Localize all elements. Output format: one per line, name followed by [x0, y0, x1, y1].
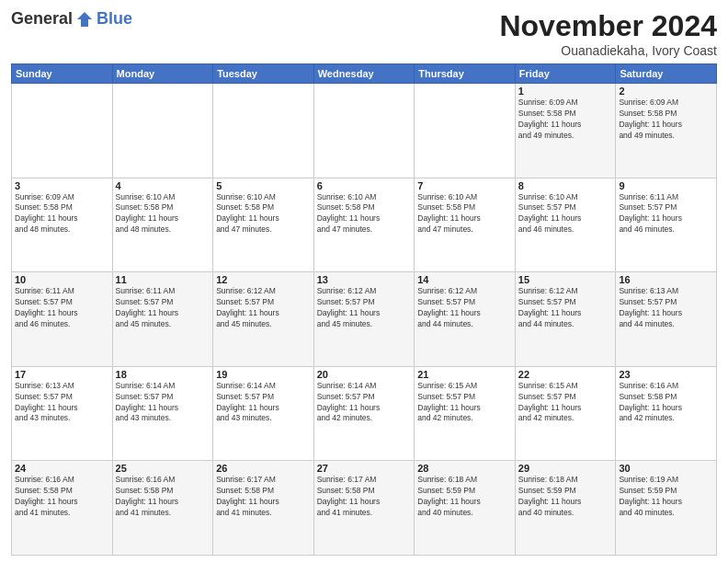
- logo: General Blue: [11, 9, 132, 29]
- calendar-cell: 26Sunrise: 6:17 AMSunset: 5:58 PMDayligh…: [213, 461, 314, 556]
- day-info: Sunrise: 6:12 AMSunset: 5:57 PMDaylight:…: [417, 286, 512, 330]
- day-info: Sunrise: 6:10 AMSunset: 5:58 PMDaylight:…: [216, 192, 311, 236]
- header: General Blue November 2024 Ouanadiekaha,…: [11, 9, 717, 58]
- day-info: Sunrise: 6:17 AMSunset: 5:58 PMDaylight:…: [216, 475, 311, 519]
- weekday-header-friday: Friday: [515, 64, 616, 84]
- day-info: Sunrise: 6:12 AMSunset: 5:57 PMDaylight:…: [216, 286, 311, 330]
- calendar-cell: 25Sunrise: 6:16 AMSunset: 5:58 PMDayligh…: [112, 461, 213, 556]
- day-number: 16: [619, 274, 713, 285]
- day-number: 11: [116, 274, 210, 285]
- location-title: Ouanadiekaha, Ivory Coast: [499, 43, 717, 58]
- day-number: 9: [619, 180, 713, 191]
- weekday-header-sunday: Sunday: [12, 64, 113, 84]
- day-number: 21: [417, 369, 512, 380]
- day-number: 28: [417, 463, 512, 474]
- calendar-cell: 3Sunrise: 6:09 AMSunset: 5:58 PMDaylight…: [12, 178, 113, 272]
- logo-general: General: [11, 9, 73, 29]
- day-info: Sunrise: 6:10 AMSunset: 5:57 PMDaylight:…: [518, 192, 613, 236]
- calendar-cell: 22Sunrise: 6:15 AMSunset: 5:57 PMDayligh…: [515, 366, 616, 461]
- day-number: 7: [417, 180, 512, 191]
- calendar-cell: 16Sunrise: 6:13 AMSunset: 5:57 PMDayligh…: [616, 272, 717, 367]
- weekday-row: SundayMondayTuesdayWednesdayThursdayFrid…: [12, 64, 717, 84]
- logo-icon: [75, 10, 94, 29]
- day-number: 24: [15, 463, 109, 474]
- calendar-cell: 8Sunrise: 6:10 AMSunset: 5:57 PMDaylight…: [515, 178, 616, 272]
- calendar-cell: [213, 84, 314, 178]
- calendar-cell: [112, 84, 213, 178]
- day-info: Sunrise: 6:14 AMSunset: 5:57 PMDaylight:…: [317, 381, 412, 425]
- day-number: 22: [518, 369, 613, 380]
- calendar-cell: [415, 84, 516, 178]
- calendar-cell: 19Sunrise: 6:14 AMSunset: 5:57 PMDayligh…: [213, 366, 314, 461]
- calendar-cell: 5Sunrise: 6:10 AMSunset: 5:58 PMDaylight…: [213, 178, 314, 272]
- day-info: Sunrise: 6:15 AMSunset: 5:57 PMDaylight:…: [518, 381, 613, 425]
- day-number: 29: [518, 463, 613, 474]
- weekday-header-thursday: Thursday: [415, 64, 516, 84]
- calendar-cell: 9Sunrise: 6:11 AMSunset: 5:57 PMDaylight…: [616, 178, 717, 272]
- logo-blue: Blue: [97, 9, 132, 29]
- day-number: 15: [518, 274, 613, 285]
- calendar-cell: 6Sunrise: 6:10 AMSunset: 5:58 PMDaylight…: [313, 178, 415, 272]
- day-info: Sunrise: 6:11 AMSunset: 5:57 PMDaylight:…: [116, 286, 210, 330]
- day-info: Sunrise: 6:18 AMSunset: 5:59 PMDaylight:…: [417, 475, 512, 519]
- calendar-table: SundayMondayTuesdayWednesdayThursdayFrid…: [11, 63, 717, 556]
- weekday-header-tuesday: Tuesday: [213, 64, 314, 84]
- day-info: Sunrise: 6:13 AMSunset: 5:57 PMDaylight:…: [15, 381, 109, 425]
- svg-marker-0: [77, 12, 92, 27]
- day-info: Sunrise: 6:16 AMSunset: 5:58 PMDaylight:…: [116, 475, 210, 519]
- day-info: Sunrise: 6:11 AMSunset: 5:57 PMDaylight:…: [619, 192, 713, 236]
- calendar-cell: 29Sunrise: 6:18 AMSunset: 5:59 PMDayligh…: [515, 461, 616, 556]
- calendar-cell: 10Sunrise: 6:11 AMSunset: 5:57 PMDayligh…: [12, 272, 113, 367]
- day-info: Sunrise: 6:16 AMSunset: 5:58 PMDaylight:…: [15, 475, 109, 519]
- calendar-cell: 13Sunrise: 6:12 AMSunset: 5:57 PMDayligh…: [313, 272, 415, 367]
- day-info: Sunrise: 6:18 AMSunset: 5:59 PMDaylight:…: [518, 475, 613, 519]
- calendar-cell: 2Sunrise: 6:09 AMSunset: 5:58 PMDaylight…: [616, 84, 717, 178]
- calendar-cell: 28Sunrise: 6:18 AMSunset: 5:59 PMDayligh…: [415, 461, 516, 556]
- day-info: Sunrise: 6:09 AMSunset: 5:58 PMDaylight:…: [619, 98, 713, 142]
- calendar-cell: 11Sunrise: 6:11 AMSunset: 5:57 PMDayligh…: [112, 272, 213, 367]
- day-number: 14: [417, 274, 512, 285]
- calendar-cell: 18Sunrise: 6:14 AMSunset: 5:57 PMDayligh…: [112, 366, 213, 461]
- calendar-week-1: 1Sunrise: 6:09 AMSunset: 5:58 PMDaylight…: [12, 84, 717, 178]
- month-title: November 2024: [499, 9, 717, 43]
- day-info: Sunrise: 6:09 AMSunset: 5:58 PMDaylight:…: [518, 98, 613, 142]
- calendar-week-5: 24Sunrise: 6:16 AMSunset: 5:58 PMDayligh…: [12, 461, 717, 556]
- day-info: Sunrise: 6:09 AMSunset: 5:58 PMDaylight:…: [15, 192, 109, 236]
- calendar-cell: 7Sunrise: 6:10 AMSunset: 5:58 PMDaylight…: [415, 178, 516, 272]
- calendar-cell: 27Sunrise: 6:17 AMSunset: 5:58 PMDayligh…: [313, 461, 415, 556]
- logo-text: General Blue: [11, 9, 132, 29]
- day-info: Sunrise: 6:10 AMSunset: 5:58 PMDaylight:…: [116, 192, 210, 236]
- calendar-header: SundayMondayTuesdayWednesdayThursdayFrid…: [12, 64, 717, 84]
- weekday-header-monday: Monday: [112, 64, 213, 84]
- day-number: 8: [518, 180, 613, 191]
- day-number: 4: [116, 180, 210, 191]
- day-number: 30: [619, 463, 713, 474]
- calendar-cell: [313, 84, 415, 178]
- day-info: Sunrise: 6:15 AMSunset: 5:57 PMDaylight:…: [417, 381, 512, 425]
- calendar-cell: 30Sunrise: 6:19 AMSunset: 5:59 PMDayligh…: [616, 461, 717, 556]
- calendar-cell: 24Sunrise: 6:16 AMSunset: 5:58 PMDayligh…: [12, 461, 113, 556]
- day-number: 17: [15, 369, 109, 380]
- calendar-cell: 12Sunrise: 6:12 AMSunset: 5:57 PMDayligh…: [213, 272, 314, 367]
- day-number: 5: [216, 180, 311, 191]
- calendar-cell: 20Sunrise: 6:14 AMSunset: 5:57 PMDayligh…: [313, 366, 415, 461]
- day-number: 27: [317, 463, 412, 474]
- calendar-week-2: 3Sunrise: 6:09 AMSunset: 5:58 PMDaylight…: [12, 178, 717, 272]
- day-number: 10: [15, 274, 109, 285]
- day-number: 26: [216, 463, 311, 474]
- day-number: 12: [216, 274, 311, 285]
- calendar-cell: 23Sunrise: 6:16 AMSunset: 5:58 PMDayligh…: [616, 366, 717, 461]
- weekday-header-saturday: Saturday: [616, 64, 717, 84]
- day-number: 13: [317, 274, 412, 285]
- title-block: November 2024 Ouanadiekaha, Ivory Coast: [499, 9, 717, 58]
- calendar-cell: 1Sunrise: 6:09 AMSunset: 5:58 PMDaylight…: [515, 84, 616, 178]
- day-info: Sunrise: 6:17 AMSunset: 5:58 PMDaylight:…: [317, 475, 412, 519]
- day-info: Sunrise: 6:12 AMSunset: 5:57 PMDaylight:…: [317, 286, 412, 330]
- day-number: 6: [317, 180, 412, 191]
- day-number: 2: [619, 86, 713, 97]
- calendar-cell: 17Sunrise: 6:13 AMSunset: 5:57 PMDayligh…: [12, 366, 113, 461]
- day-number: 1: [518, 86, 613, 97]
- calendar-cell: 4Sunrise: 6:10 AMSunset: 5:58 PMDaylight…: [112, 178, 213, 272]
- day-info: Sunrise: 6:16 AMSunset: 5:58 PMDaylight:…: [619, 381, 713, 425]
- calendar-week-4: 17Sunrise: 6:13 AMSunset: 5:57 PMDayligh…: [12, 366, 717, 461]
